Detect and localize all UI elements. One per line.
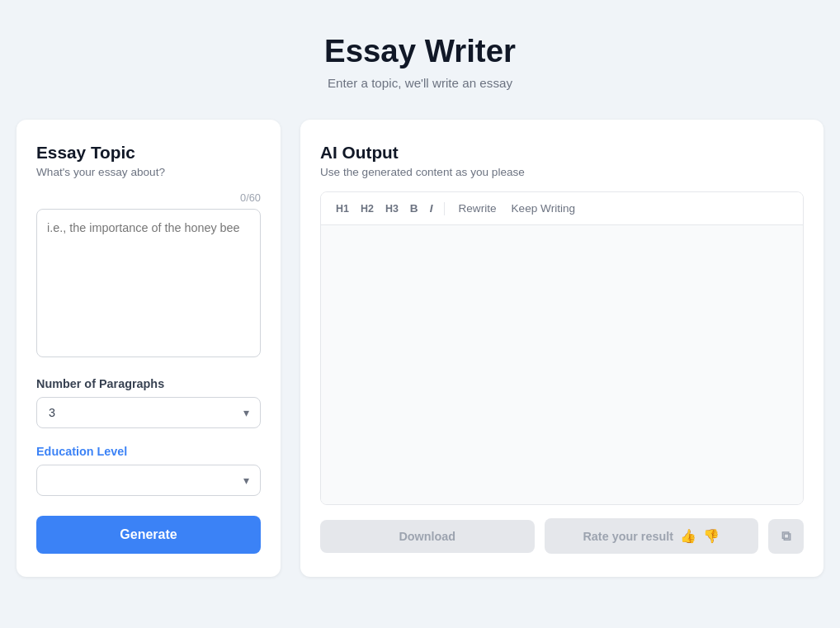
editor-body[interactable] (321, 225, 803, 504)
thumbs-down-icon: 👎 (703, 528, 720, 544)
paragraphs-label: Number of Paragraphs (36, 377, 261, 390)
thumbs-up-icon: 👍 (680, 528, 696, 544)
download-button[interactable]: Download (320, 520, 535, 553)
education-select[interactable]: High School College University PhD (36, 465, 261, 496)
education-label: Education Level (36, 445, 261, 458)
output-subtitle: Use the generated content as you please (320, 166, 804, 178)
copy-icon: ⧉ (781, 529, 790, 543)
rewrite-button[interactable]: Rewrite (453, 201, 501, 216)
page-header: Essay Writer Enter a topic, we'll write … (324, 33, 516, 90)
editor-container: H1 H2 H3 B I Rewrite Keep Writing (320, 191, 804, 505)
toolbar-divider (444, 202, 445, 215)
main-container: Essay Topic What's your essay about? 0/6… (17, 120, 823, 577)
output-title: AI Output (320, 143, 804, 163)
char-count: 0/60 (36, 191, 261, 204)
keep-writing-button[interactable]: Keep Writing (507, 201, 581, 216)
right-panel: AI Output Use the generated content as y… (300, 120, 823, 577)
generate-button[interactable]: Generate (36, 516, 261, 554)
paragraphs-select-wrapper: 1 2 3 4 5 (36, 397, 261, 428)
h3-button[interactable]: H3 (382, 201, 402, 216)
bold-button[interactable]: B (407, 201, 422, 216)
rate-button[interactable]: Rate your result 👍 👎 (545, 518, 759, 554)
page-subtitle: Enter a topic, we'll write an essay (324, 76, 516, 90)
h2-button[interactable]: H2 (357, 201, 377, 216)
essay-topic-title: Essay Topic (36, 143, 261, 163)
topic-textarea[interactable] (36, 209, 261, 357)
copy-button[interactable]: ⧉ (768, 519, 804, 554)
left-panel: Essay Topic What's your essay about? 0/6… (17, 120, 281, 577)
page-title: Essay Writer (324, 33, 516, 69)
paragraphs-select[interactable]: 1 2 3 4 5 (36, 397, 261, 428)
essay-topic-subtitle: What's your essay about? (36, 166, 261, 178)
action-bar: Download Rate your result 👍 👎 ⧉ (320, 518, 804, 554)
education-select-wrapper: High School College University PhD (36, 465, 261, 496)
rate-button-label: Rate your result (583, 530, 673, 543)
h1-button[interactable]: H1 (333, 201, 352, 216)
italic-button[interactable]: I (427, 201, 437, 216)
editor-toolbar: H1 H2 H3 B I Rewrite Keep Writing (321, 192, 803, 225)
